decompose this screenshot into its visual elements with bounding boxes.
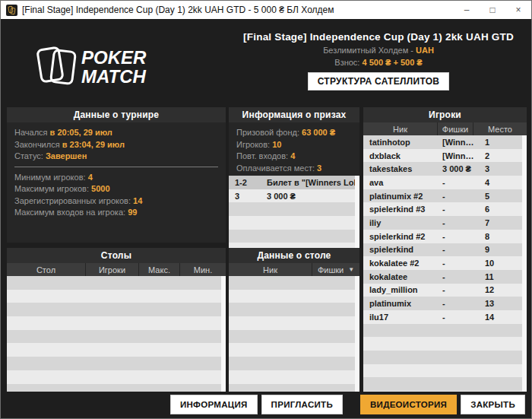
prize-row[interactable]: 33 000 ₴ xyxy=(229,189,359,203)
empty-row xyxy=(7,276,226,290)
player-chips: - xyxy=(442,259,478,268)
player-nick: tatinhotop xyxy=(363,138,442,147)
info-value: 10 xyxy=(272,140,281,149)
empty-row xyxy=(363,337,527,351)
table-data-rows xyxy=(229,276,359,392)
buyin-line: Взнос: 4 500 ₴ + 500 ₴ xyxy=(231,58,526,67)
window-title: [Final Stage] Independence Cup (Day 1) 2… xyxy=(22,5,454,15)
minimize-icon[interactable]: – xyxy=(454,1,480,19)
info-label: Максимум игроков: xyxy=(14,184,89,193)
column-max[interactable]: Макс. xyxy=(139,263,180,276)
player-row[interactable]: ilu17-14 xyxy=(363,310,527,324)
info-line: Начался в 20:05, 29 июл xyxy=(14,127,218,139)
player-row[interactable]: spielerkind #3-6 xyxy=(363,202,527,216)
tables-panel: Столы Стол Игроки Макс. Мин. xyxy=(7,248,226,392)
empty-row xyxy=(7,384,226,392)
information-button[interactable]: ИНФОРМАЦИЯ xyxy=(170,395,258,414)
player-place: 10 xyxy=(478,259,527,268)
info-label: Игроков: xyxy=(236,140,270,149)
player-place: 3 xyxy=(478,164,527,173)
close-icon[interactable]: × xyxy=(505,1,531,19)
player-chips: - xyxy=(442,232,478,241)
column-players[interactable]: Игроки xyxy=(86,263,139,276)
info-value: 99 xyxy=(128,208,137,217)
player-row[interactable]: tatinhotop[Winn…1 xyxy=(363,135,527,149)
player-place: 2 xyxy=(478,151,527,160)
player-row[interactable]: kokalatee #2-10 xyxy=(363,256,527,270)
empty-row xyxy=(229,276,359,290)
player-nick: dxblack xyxy=(363,151,442,160)
player-place: 13 xyxy=(478,299,527,308)
maximize-icon[interactable]: □ xyxy=(480,1,505,19)
player-row[interactable]: takestakes3 000 ₴3 xyxy=(363,162,527,176)
scrollbar-track[interactable] xyxy=(522,135,527,392)
tables-panel-title: Столы xyxy=(7,248,226,263)
info-label: Повт. входов: xyxy=(236,151,288,160)
column-table[interactable]: Стол xyxy=(7,263,86,276)
player-row[interactable]: dxblack[Winn…2 xyxy=(363,149,527,163)
empty-row xyxy=(7,330,226,344)
column-nick[interactable]: Ник xyxy=(229,263,312,276)
empty-row xyxy=(229,230,359,243)
tournament-header: [Final Stage] Independence Cup (Day 1) 2… xyxy=(231,31,526,90)
currency-label: UAH xyxy=(416,46,434,55)
prize-rows: 1-2Билет в "[Winners Lob…33 000 ₴ xyxy=(229,176,359,248)
buyin-label: Взнос: xyxy=(334,58,359,67)
column-min[interactable]: Мин. xyxy=(180,263,226,276)
card-front-icon xyxy=(51,49,76,84)
info-line: Закончился в 23:04, 29 июл xyxy=(14,139,218,151)
empty-row xyxy=(363,377,527,391)
player-row[interactable]: spielerkind-9 xyxy=(363,243,527,257)
info-label: Минимум игроков: xyxy=(14,173,86,182)
player-chips: - xyxy=(442,218,478,227)
empty-row xyxy=(229,316,359,330)
player-row[interactable]: lady_million-12 xyxy=(363,284,527,297)
info-label: Зарегистрированных игроков: xyxy=(14,196,131,205)
buyin-value: 4 500 ₴ + 500 ₴ xyxy=(363,58,423,67)
empty-row xyxy=(363,351,527,364)
empty-row xyxy=(363,364,527,378)
logo-word-match: MATCH xyxy=(81,66,147,87)
prize-info-lines: Призовой фонд: 63 000 ₴Игроков: 10Повт. … xyxy=(229,122,359,176)
column-place[interactable]: Место xyxy=(473,122,527,135)
info-line: Призовой фонд: 63 000 ₴ xyxy=(236,127,352,139)
info-line: Игроков: 10 xyxy=(236,139,352,151)
game-type-label: Безлимитный Холдем - xyxy=(323,46,413,55)
player-nick: ilu17 xyxy=(363,313,442,322)
player-row[interactable]: ava-4 xyxy=(363,176,527,189)
player-nick: platinumix #2 xyxy=(363,192,442,201)
empty-row xyxy=(229,370,359,384)
close-lobby-button[interactable]: ЗАКРЫТЬ xyxy=(461,395,525,414)
empty-row xyxy=(7,370,226,384)
player-chips: - xyxy=(442,272,478,281)
scrollbar-track[interactable] xyxy=(355,176,359,248)
player-place: 6 xyxy=(478,205,527,214)
player-chips: - xyxy=(442,178,478,187)
player-place: 12 xyxy=(478,285,527,294)
invite-button[interactable]: ПРИГЛАСИТЬ xyxy=(261,395,343,414)
player-row[interactable]: iliy-7 xyxy=(363,216,527,230)
player-nick: spielerkind xyxy=(363,245,442,254)
player-place: 1 xyxy=(478,138,527,147)
scrollbar-track[interactable] xyxy=(221,276,226,392)
tournament-data-title: Данные о турнире xyxy=(7,107,226,122)
column-nick[interactable]: Ник xyxy=(363,122,438,135)
column-chips[interactable]: Фишки xyxy=(438,122,473,135)
video-history-button[interactable]: ВИДЕОИСТОРИЯ xyxy=(360,395,457,414)
players-column-headers: Ник Фишки Место xyxy=(363,122,527,135)
player-place: 8 xyxy=(478,232,527,241)
player-row[interactable]: kokalatee-11 xyxy=(363,270,527,284)
scrollbar-track[interactable] xyxy=(355,276,359,392)
player-chips: - xyxy=(442,205,478,214)
player-row[interactable]: platinumix #2-5 xyxy=(363,189,527,203)
player-row[interactable]: spielerkind #2-8 xyxy=(363,230,527,243)
player-chips: - xyxy=(442,313,478,322)
column-chips-sort[interactable]: Фишки ▼ xyxy=(312,263,359,276)
player-nick: ava xyxy=(363,178,442,187)
empty-row xyxy=(229,357,359,370)
player-row[interactable]: platinumix-13 xyxy=(363,297,527,310)
satellite-structure-button[interactable]: СТРУКТУРА САТЕЛЛИТОВ xyxy=(308,72,450,90)
prize-row[interactable]: 1-2Билет в "[Winners Lob… xyxy=(229,176,359,189)
player-nick: lady_million xyxy=(363,285,442,294)
info-line: Зарегистрированных игроков: 14 xyxy=(14,195,218,208)
